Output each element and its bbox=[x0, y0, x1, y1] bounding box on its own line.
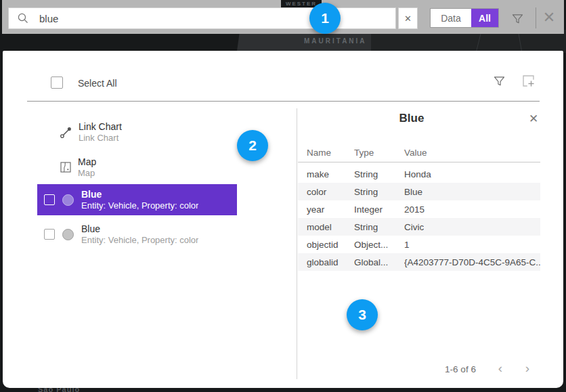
table-row: year Integer 2015 bbox=[298, 200, 540, 218]
add-to-new-icon[interactable] bbox=[521, 73, 536, 89]
table-row: objectid Object... 1 bbox=[298, 236, 540, 253]
cell-value: {A4203777-D70D-4C5C-9A65-C... bbox=[404, 257, 540, 267]
result-title: Blue bbox=[81, 190, 198, 200]
result-item-text: Blue Entity: Vehicle, Property: color bbox=[81, 190, 198, 211]
result-checkbox[interactable] bbox=[44, 229, 55, 240]
table-row: model String Civic bbox=[298, 218, 540, 236]
cell-type: Integer bbox=[354, 204, 404, 215]
search-mode-toggle: Data All bbox=[430, 8, 499, 28]
table-row: color String Blue bbox=[298, 183, 540, 200]
map-icon bbox=[60, 161, 72, 173]
app-window: MAURITANIA Sao Paulo ✕ Data All ✕ WESTER… bbox=[0, 0, 566, 392]
result-checkbox[interactable] bbox=[44, 194, 55, 205]
panel-vertical-divider bbox=[297, 108, 297, 379]
map-label-mauritania: MAURITANIA bbox=[304, 37, 367, 45]
cell-value: Civic bbox=[404, 222, 424, 232]
entity-circle-icon bbox=[62, 229, 74, 240]
filter-icon[interactable] bbox=[510, 12, 525, 26]
column-value: Value bbox=[404, 148, 427, 158]
results-filter-icon[interactable] bbox=[492, 74, 506, 88]
result-item-text: Map Map bbox=[78, 157, 96, 178]
details-close-button[interactable]: ✕ bbox=[525, 110, 542, 127]
column-type: Type bbox=[354, 148, 404, 158]
cell-value: 1 bbox=[404, 240, 410, 250]
cell-name: objectid bbox=[307, 240, 354, 250]
callout-2: 2 bbox=[237, 130, 268, 161]
result-item-link-chart[interactable]: Link Chart Link Chart bbox=[37, 116, 237, 148]
select-all-checkbox[interactable] bbox=[51, 77, 63, 89]
clear-search-button[interactable]: ✕ bbox=[398, 7, 418, 29]
result-item-blue-selected[interactable]: Blue Entity: Vehicle, Property: color bbox=[37, 184, 237, 215]
pagination-prev-button[interactable]: ‹ bbox=[493, 360, 508, 376]
callout-1: 1 bbox=[309, 3, 341, 34]
result-item-map[interactable]: Map Map bbox=[37, 151, 237, 183]
result-item-text: Link Chart Link Chart bbox=[79, 122, 122, 143]
result-title: Blue bbox=[81, 224, 198, 234]
details-table-body: make String Honda color String Blue year… bbox=[298, 165, 540, 271]
pagination-label: 1-6 of 6 bbox=[430, 364, 491, 374]
search-results-panel: Select All Link Chart Link Chart bbox=[3, 51, 563, 388]
link-chart-icon bbox=[60, 126, 72, 139]
close-search-button[interactable]: ✕ bbox=[540, 9, 558, 26]
result-item-text: Blue Entity: Vehicle, Property: color bbox=[81, 224, 198, 245]
callout-3: 3 bbox=[347, 299, 378, 330]
select-all-label: Select All bbox=[78, 78, 117, 89]
cell-type: String bbox=[354, 222, 404, 232]
search-icon bbox=[17, 12, 29, 24]
pagination-next-button[interactable]: › bbox=[520, 360, 535, 376]
cell-value: Honda bbox=[404, 169, 431, 179]
cell-type: String bbox=[354, 187, 404, 197]
cell-value: Blue bbox=[404, 187, 422, 197]
result-subtitle: Map bbox=[78, 168, 96, 178]
table-header-divider bbox=[298, 162, 540, 162]
map-label-western: WESTER bbox=[286, 1, 317, 7]
cell-type: Object... bbox=[354, 240, 404, 250]
toolbar-divider bbox=[536, 7, 536, 28]
cell-name: year bbox=[307, 204, 354, 215]
details-title: Blue bbox=[298, 112, 525, 125]
result-title: Map bbox=[78, 157, 96, 167]
result-title: Link Chart bbox=[79, 122, 122, 132]
result-item-blue[interactable]: Blue Entity: Vehicle, Property: color bbox=[37, 219, 237, 250]
column-name: Name bbox=[307, 148, 354, 158]
cell-value: 2015 bbox=[404, 204, 424, 215]
cell-type: String bbox=[354, 169, 404, 179]
cell-name: globalid bbox=[307, 257, 354, 267]
table-row: make String Honda bbox=[298, 165, 540, 183]
mode-option-data[interactable]: Data bbox=[431, 9, 471, 27]
cell-name: model bbox=[307, 222, 354, 232]
result-subtitle: Link Chart bbox=[79, 133, 122, 143]
cell-name: make bbox=[307, 169, 354, 179]
details-table-header: Name Type Value bbox=[298, 148, 540, 158]
result-subtitle: Entity: Vehicle, Property: color bbox=[81, 200, 198, 211]
result-subtitle: Entity: Vehicle, Property: color bbox=[81, 235, 198, 245]
cell-type: Global... bbox=[354, 257, 404, 267]
panel-header-divider bbox=[27, 101, 540, 102]
table-row: globalid Global... {A4203777-D70D-4C5C-9… bbox=[298, 253, 540, 271]
cell-name: color bbox=[307, 187, 354, 197]
mode-option-all[interactable]: All bbox=[471, 9, 498, 27]
entity-circle-icon bbox=[62, 194, 74, 206]
